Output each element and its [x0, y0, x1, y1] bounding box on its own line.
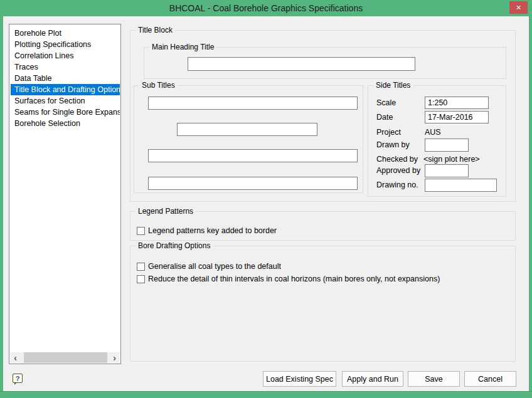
- apply-and-run-button[interactable]: Apply and Run: [342, 371, 403, 387]
- sub-title-input-4[interactable]: [148, 177, 358, 190]
- legend-key-checkbox-label: Legend patterns key added to border: [148, 226, 277, 235]
- reduce-thin-intervals-checkbox-label: Reduce the detail of thin intervals in c…: [148, 275, 440, 283]
- legend-key-checkbox[interactable]: [137, 227, 145, 235]
- scale-label: Scale: [376, 97, 396, 109]
- horizontal-scrollbar[interactable]: ‹ ›: [10, 352, 120, 363]
- sidebar-item-title-block-drafting-options[interactable]: Title Block and Drafting Options: [11, 84, 120, 95]
- help-button[interactable]: ?: [13, 374, 23, 383]
- window-title: BHCOAL - Coal Borehole Graphics Specific…: [0, 0, 532, 16]
- generalise-coal-types-checkbox[interactable]: [137, 263, 145, 271]
- checked-by-value: <sign plot here>: [423, 153, 480, 165]
- drawn-by-input[interactable]: [425, 139, 469, 152]
- spec-section-listbox: Borehole Plot Plotting Specifications Co…: [9, 24, 121, 364]
- checked-by-label: Checked by: [376, 153, 418, 165]
- date-label: Date: [376, 111, 393, 123]
- sidebar-item-correlation-lines[interactable]: Correlation Lines: [11, 50, 120, 61]
- cancel-button[interactable]: Cancel: [464, 371, 516, 387]
- scrollbar-thumb[interactable]: [24, 352, 107, 363]
- sidebar-item-seams-single-bore-expansion[interactable]: Seams for Single Bore Expansion: [11, 107, 120, 118]
- sub-title-input-2[interactable]: [177, 123, 317, 136]
- load-existing-spec-button[interactable]: Load Existing Spec: [263, 371, 336, 387]
- save-button[interactable]: Save: [408, 371, 460, 387]
- legend-key-checkbox-row: Legend patterns key added to border: [137, 226, 277, 236]
- drawn-by-label: Drawn by: [376, 139, 410, 151]
- reduce-thin-intervals-checkbox-row: Reduce the detail of thin intervals in c…: [137, 274, 440, 284]
- reduce-thin-intervals-checkbox[interactable]: [137, 275, 145, 283]
- scroll-left-arrow-icon[interactable]: ‹: [10, 352, 21, 363]
- help-icon: ?: [16, 375, 20, 382]
- title-block-group-label: Title Block: [136, 26, 175, 34]
- spec-section-list: Borehole Plot Plotting Specifications Co…: [11, 28, 120, 129]
- legend-patterns-group-label: Legend Patterns: [136, 207, 196, 216]
- main-heading-title-input[interactable]: [188, 57, 415, 71]
- generalise-coal-types-checkbox-label: Generalise all coal types to the default: [148, 262, 281, 271]
- drawing-no-input[interactable]: [425, 179, 497, 192]
- sub-title-input-1[interactable]: [148, 97, 358, 110]
- bore-drafting-options-group: Bore Drafting Options Generalise all coa…: [130, 246, 516, 362]
- titlebar: BHCOAL - Coal Borehole Graphics Specific…: [0, 0, 532, 16]
- date-input[interactable]: [425, 111, 489, 123]
- legend-patterns-group: Legend Patterns Legend patterns key adde…: [130, 211, 516, 241]
- scroll-right-arrow-icon[interactable]: ›: [109, 352, 120, 363]
- bore-drafting-options-group-label: Bore Drafting Options: [136, 241, 213, 250]
- window-frame-bottom: [0, 391, 532, 398]
- sidebar-item-borehole-plot[interactable]: Borehole Plot: [11, 28, 120, 39]
- project-value: AUS: [425, 126, 441, 139]
- sidebar-item-traces[interactable]: Traces: [11, 61, 120, 73]
- side-titles-group: Side Titles Scale Date Project AUS Drawn…: [368, 85, 506, 197]
- drawing-no-label: Drawing no.: [376, 179, 418, 191]
- dialog-body: Borehole Plot Plotting Specifications Co…: [3, 16, 529, 391]
- sidebar-item-plotting-specifications[interactable]: Plotting Specifications: [11, 39, 120, 50]
- sidebar-item-borehole-selection[interactable]: Borehole Selection: [11, 118, 120, 129]
- approved-by-input[interactable]: [425, 164, 469, 177]
- sub-title-input-3[interactable]: [148, 149, 358, 162]
- generalise-coal-types-checkbox-row: Generalise all coal types to the default: [137, 261, 281, 271]
- project-label: Project: [376, 126, 401, 139]
- side-titles-group-label: Side Titles: [373, 81, 413, 90]
- close-button[interactable]: ✕: [509, 1, 528, 14]
- dialog-window: BHCOAL - Coal Borehole Graphics Specific…: [0, 0, 532, 398]
- main-heading-title-group-label: Main Heading Title: [149, 43, 216, 51]
- sidebar-item-data-table[interactable]: Data Table: [11, 73, 120, 84]
- sub-titles-group: Sub Titles: [134, 85, 363, 193]
- scale-input[interactable]: [425, 97, 489, 109]
- approved-by-label: Approved by: [376, 164, 420, 177]
- sidebar-item-surfaces-for-section[interactable]: Surfaces for Section: [11, 95, 120, 107]
- title-block-group: Title Block Main Heading Title Sub Title…: [130, 30, 516, 202]
- sub-titles-group-label: Sub Titles: [139, 81, 178, 90]
- main-heading-title-group: Main Heading Title: [144, 47, 506, 79]
- close-icon: ✕: [516, 4, 521, 12]
